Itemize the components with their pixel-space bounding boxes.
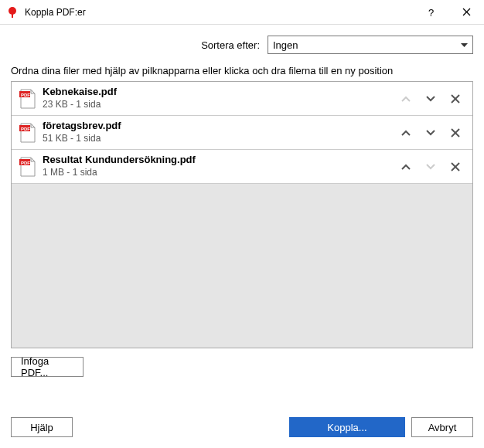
row-actions <box>395 156 466 178</box>
move-down-button[interactable] <box>420 122 441 144</box>
dialog-footer: Hjälp Koppla... Avbryt <box>11 417 473 437</box>
cancel-button[interactable]: Avbryt <box>411 417 473 437</box>
file-row[interactable]: PDF Resultat Kundundersökning.pdf 1 MB -… <box>12 150 472 184</box>
pdf-icon: PDF <box>18 157 38 177</box>
app-icon <box>6 6 19 19</box>
file-row[interactable]: PDF Kebnekaise.pdf 23 KB - 1 sida <box>12 82 472 116</box>
file-list: PDF Kebnekaise.pdf 23 KB - 1 sida <box>11 81 473 348</box>
sort-dropdown[interactable]: Ingen <box>268 36 473 54</box>
insert-row: Infoga PDF... <box>11 356 473 377</box>
close-titlebar-button[interactable] <box>448 0 484 25</box>
file-text: Kebnekaise.pdf 23 KB - 1 sida <box>43 86 395 110</box>
svg-text:?: ? <box>428 8 434 17</box>
svg-text:PDF: PDF <box>21 93 30 97</box>
file-row[interactable]: PDF företagsbrev.pdf 51 KB - 1 sida <box>12 116 472 150</box>
file-text: Resultat Kundundersökning.pdf 1 MB - 1 s… <box>43 154 395 178</box>
file-text: företagsbrev.pdf 51 KB - 1 sida <box>43 120 395 144</box>
svg-point-0 <box>9 7 16 15</box>
insert-pdf-button[interactable]: Infoga PDF... <box>11 357 84 377</box>
instruction-text: Ordna dina filer med hjälp av pilknappar… <box>11 65 473 76</box>
remove-button[interactable] <box>445 156 466 178</box>
file-meta: 23 KB - 1 sida <box>43 99 395 111</box>
merge-button[interactable]: Koppla... <box>289 417 405 437</box>
pdf-icon: PDF <box>18 123 38 143</box>
row-actions <box>395 122 466 144</box>
file-meta: 1 MB - 1 sida <box>43 167 395 179</box>
file-name: företagsbrev.pdf <box>43 120 395 133</box>
svg-text:PDF: PDF <box>21 161 30 165</box>
move-down-button[interactable] <box>420 88 441 110</box>
remove-button[interactable] <box>445 122 466 144</box>
sort-row: Sortera efter: Ingen <box>11 36 473 54</box>
chevron-down-icon <box>461 41 468 49</box>
pdf-icon: PDF <box>18 89 38 109</box>
sort-label: Sortera efter: <box>201 39 260 51</box>
titlebar: Koppla PDF:er ? <box>0 0 484 25</box>
row-actions <box>395 88 466 110</box>
dialog-content: Sortera efter: Ingen Ordna dina filer me… <box>0 25 484 388</box>
help-titlebar-button[interactable]: ? <box>413 0 448 25</box>
file-name: Kebnekaise.pdf <box>43 86 395 99</box>
move-up-button[interactable] <box>395 122 417 144</box>
sort-value: Ingen <box>273 39 298 51</box>
help-button[interactable]: Hjälp <box>11 417 73 437</box>
file-meta: 51 KB - 1 sida <box>43 133 395 145</box>
remove-button[interactable] <box>445 88 466 110</box>
svg-text:PDF: PDF <box>21 127 30 131</box>
window-title: Koppla PDF:er <box>25 7 413 18</box>
file-name: Resultat Kundundersökning.pdf <box>43 154 395 167</box>
move-down-button <box>420 156 441 178</box>
move-up-button <box>395 88 417 110</box>
move-up-button[interactable] <box>395 156 417 178</box>
